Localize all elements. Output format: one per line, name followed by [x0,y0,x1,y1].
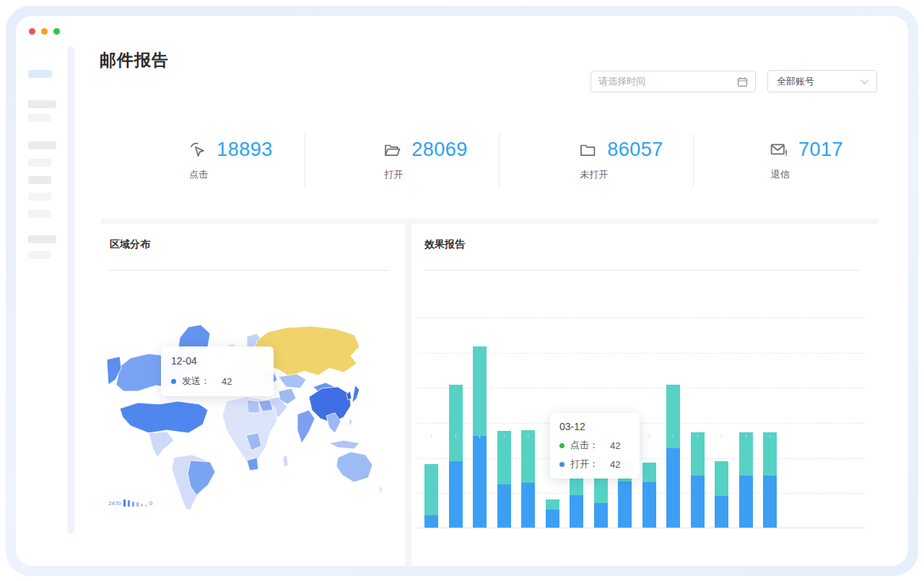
bar-segment-click[interactable] [715,461,728,496]
panels-area: 区域分布 [101,219,878,566]
axis-tick [528,435,528,438]
bar-segment-open[interactable] [594,503,608,528]
bar-segment-open[interactable] [521,483,535,528]
bar-segment-open[interactable] [691,476,705,528]
calendar-icon[interactable] [737,77,748,87]
bar-segment-open[interactable] [424,515,438,528]
chart-tooltip-click-value: 42 [610,440,620,451]
bar-segment-click[interactable] [594,478,608,503]
map-region-usa[interactable] [120,401,208,433]
map-region-philippines[interactable] [349,417,352,427]
stat-label-unopened: 未打开 [578,168,663,181]
map-region-mexico[interactable] [149,432,174,458]
sidebar-item-active[interactable] [28,70,52,78]
bar-stack[interactable] [497,431,511,528]
bar-segment-open[interactable] [546,510,559,528]
region-distribution-panel: 区域分布 [101,224,405,566]
map-region-india[interactable] [297,410,315,443]
stat-value-opened: 28069 [411,139,468,161]
map-region-libya[interactable] [247,400,260,413]
bar-segment-open[interactable] [473,436,487,528]
bar-stack[interactable] [691,432,705,528]
bar-segment-open[interactable] [618,481,632,528]
bar-plot [417,318,865,528]
axis-tick [504,435,505,438]
sidebar-item-placeholder[interactable] [28,114,51,122]
sidebar-item-placeholder[interactable] [28,235,56,243]
account-select[interactable]: 全部账号 [767,70,877,92]
bar-segment-open[interactable] [642,482,656,528]
bar-segment-click[interactable] [473,346,487,436]
bar-segment-click[interactable] [642,463,656,482]
bar-segment-click[interactable] [691,432,705,476]
bar-segment-click[interactable] [666,385,680,448]
bar-segment-click[interactable] [449,385,463,461]
axis-tick [721,435,722,438]
sidebar-item-placeholder[interactable] [28,176,51,184]
bar-stack[interactable] [642,463,656,528]
map-tooltip-series-value: 42 [222,376,232,387]
chart-tooltip-open-name: 打开： [570,458,598,471]
window-frame: 邮件报告 请选择时间 全部账号 [6,6,918,576]
stat-card-bounced: 7017 退信 [770,139,843,181]
bar-segment-open[interactable] [763,476,777,528]
bar-stack[interactable] [546,499,559,528]
axis-tick [479,435,480,438]
map-region-indonesia[interactable] [329,440,359,449]
bar-segment-open[interactable] [739,476,753,528]
map-region-madagascar[interactable] [283,455,288,468]
stat-divider [305,134,305,188]
cursor-click-icon [188,141,206,160]
map-tooltip: 12-04 发送： 42 [161,346,274,396]
bar-stack[interactable] [594,478,608,528]
axis-tick [649,435,650,438]
panel-rule [424,270,860,271]
stat-value-unopened: 86057 [607,139,663,161]
stat-value-clicks: 18893 [217,139,273,161]
visualmap-legend[interactable]: 2470 0 [108,499,152,507]
bar-segment-open[interactable] [715,496,728,528]
bar-segment-open[interactable] [497,484,511,528]
bar-segment-open[interactable] [666,448,680,528]
zoom-window-icon[interactable] [53,28,60,35]
stat-label-opened: 打开 [383,168,468,181]
visualmap-max: 2470 [108,500,121,507]
map-region-japan[interactable] [352,385,359,403]
bar-segment-click[interactable] [546,499,559,510]
mail-alert-icon [770,141,788,160]
bar-stack[interactable] [666,385,680,528]
map-region-australia[interactable] [336,452,372,482]
axis-tick [456,435,456,438]
sidebar-item-placeholder[interactable] [28,193,51,201]
bar-stack[interactable] [715,461,728,528]
sidebar-item-placeholder[interactable] [28,251,51,259]
bar-stack[interactable] [424,464,438,528]
bar-segment-click[interactable] [497,431,511,484]
bar-stack[interactable] [449,385,463,528]
bar-segment-click[interactable] [739,432,753,476]
chevron-down-icon [860,76,868,84]
stat-label-bounced: 退信 [770,168,843,181]
sidebar-item-placeholder[interactable] [28,159,51,167]
map-region-new-zealand[interactable] [380,485,383,494]
date-range-input[interactable]: 请选择时间 [590,71,756,92]
bar-segment-open[interactable] [449,461,463,528]
bar-stack[interactable] [763,432,777,528]
panel-rule [108,270,390,271]
map-region-central-asia[interactable] [279,374,306,388]
sidebar-item-placeholder[interactable] [28,210,51,218]
bar-stack[interactable] [739,432,753,528]
bar-segment-open[interactable] [570,495,583,528]
report-panel-title: 效果报告 [424,238,465,251]
chart-tooltip-date: 03-12 [559,421,630,432]
bar-stack[interactable] [521,430,535,528]
sidebar-item-placeholder[interactable] [28,141,56,149]
bar-segment-click[interactable] [424,464,438,515]
app-window: 邮件报告 请选择时间 全部账号 [16,16,908,566]
stat-card-clicks: 18893 点击 [188,139,273,181]
sidebar-item-placeholder[interactable] [28,100,56,108]
close-window-icon[interactable] [29,28,35,35]
bar-segment-click[interactable] [763,432,777,476]
world-map [105,316,396,511]
minimize-window-icon[interactable] [41,28,48,35]
